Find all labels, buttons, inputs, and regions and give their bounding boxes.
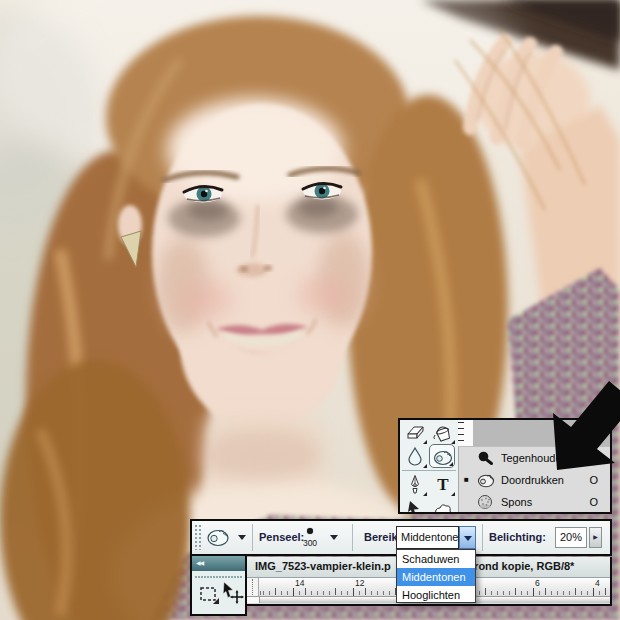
bereik-combobox[interactable]: Middentonen <box>396 526 476 549</box>
flyout-corner <box>423 464 427 468</box>
eraser-icon <box>404 422 426 442</box>
ruler-mark: 14 <box>293 579 307 596</box>
paint-bucket-tool-button[interactable] <box>430 421 456 445</box>
separator <box>352 524 353 551</box>
direct-selection-tool-button[interactable] <box>402 499 428 512</box>
separator <box>482 524 483 551</box>
burn-tool-button[interactable] <box>429 444 455 468</box>
brush-size-value[interactable]: 300 <box>298 538 322 548</box>
belichting-input[interactable]: 20% <box>555 527 587 548</box>
sponge-tool-icon <box>477 494 494 514</box>
water-drop-icon <box>404 446 426 466</box>
menu-item-spons[interactable]: Spons O <box>459 491 610 513</box>
blur-tool-button[interactable] <box>402 445 428 469</box>
selected-tool-marker: ■ <box>464 469 474 491</box>
move-tool-button[interactable] <box>221 581 245 609</box>
dodge-tool-icon <box>477 450 494 470</box>
move-arrow-icon <box>221 581 245 605</box>
pen-icon <box>404 474 426 494</box>
collapse-arrows-icon: ◀◀ <box>196 560 203 566</box>
bereik-combobox-button[interactable] <box>459 526 476 549</box>
menu-item-label: Doordrukken <box>501 469 564 491</box>
bereik-dropdown-list: Schaduwen Middentonen Hooglichten <box>396 549 476 603</box>
paint-bucket-icon <box>432 422 454 442</box>
document-tab-title: IMG_7523-vampier-klein.p <box>255 560 391 572</box>
screenshot-root: T <box>0 0 620 620</box>
bereik-combobox-value[interactable]: Middentonen <box>396 526 459 549</box>
burn-tool-icon <box>477 472 495 492</box>
menu-item-doordrukken[interactable]: ■ Doordrukken O <box>459 469 610 491</box>
tool-flyout-menu: Tegenhouden ■ Doordrukken O <box>458 446 610 512</box>
preset-dropdown-arrow-icon[interactable] <box>238 535 246 540</box>
pen-tool-button[interactable] <box>402 473 428 497</box>
dropdown-option-middentonen[interactable]: Middentonen <box>397 568 475 586</box>
tools-panel-header-fragment: ◀◀ <box>190 556 247 616</box>
flyout-corner <box>423 492 427 496</box>
dropdown-option-schaduwen[interactable]: Schaduwen <box>397 550 475 568</box>
ruler-mark: 12 <box>353 579 367 596</box>
menu-item-shortcut: O <box>589 491 598 513</box>
custom-shape-tool-button[interactable] <box>430 499 456 512</box>
toolbox-fragment: T <box>400 420 458 512</box>
eraser-tool-button[interactable] <box>402 421 428 445</box>
ruler-mark: 6 <box>533 579 547 596</box>
separator <box>252 524 253 551</box>
marquee-tool-button[interactable] <box>198 583 220 609</box>
flyout-corner <box>423 440 427 444</box>
selection-arrow-icon <box>404 500 426 512</box>
menu-item-label: Spons <box>501 491 532 513</box>
flyout-corner <box>451 492 455 496</box>
menu-item-tegenhouden[interactable]: Tegenhouden <box>459 447 610 469</box>
options-bar-grip[interactable] <box>195 525 201 550</box>
type-tool-button[interactable]: T <box>430 473 456 497</box>
menu-item-label: Tegenhouden <box>501 447 568 469</box>
burn-tool-preset-icon[interactable] <box>205 527 231 553</box>
brush-preview-dot[interactable] <box>307 528 313 534</box>
chevron-down-icon <box>464 536 472 541</box>
dropdown-option-hooglichten[interactable]: Hooglichten <box>397 586 475 604</box>
belichting-label: Belichting: <box>489 521 546 554</box>
tools-flyout-fragment: T <box>398 418 612 514</box>
flyout-corner <box>449 462 453 466</box>
shape-blob-icon <box>432 500 454 512</box>
ruler-mark: 4 <box>593 579 607 596</box>
marquee-icon <box>198 583 220 605</box>
brush-dropdown-arrow-icon[interactable] <box>330 535 338 540</box>
ruler-origin-box[interactable] <box>247 578 259 596</box>
type-icon: T <box>432 474 454 494</box>
menu-item-shortcut: O <box>589 469 598 491</box>
panel-collapse-header[interactable]: ◀◀ <box>192 556 245 571</box>
vertical-ruler-fragment <box>458 420 473 446</box>
belichting-slider-button[interactable]: ▶ <box>589 527 602 548</box>
svg-text:T: T <box>437 475 449 494</box>
toolbox-divider <box>402 470 456 471</box>
panel-grip-dots <box>195 576 242 579</box>
